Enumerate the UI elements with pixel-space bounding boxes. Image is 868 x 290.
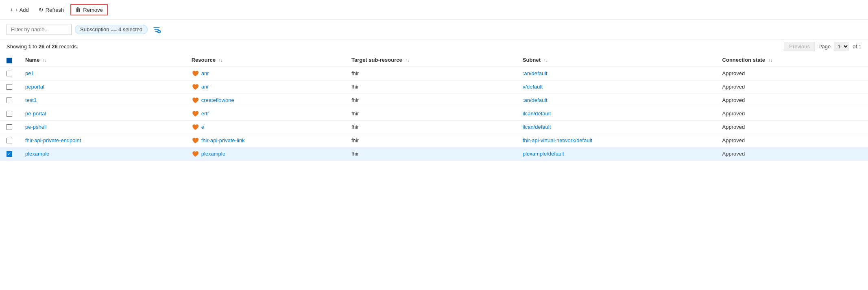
page-select[interactable]: 1: [834, 42, 849, 51]
row-checkbox[interactable]: [7, 124, 12, 130]
row-name: peportal: [19, 80, 185, 93]
resource-link[interactable]: anr: [201, 70, 209, 76]
resource-link[interactable]: createflowone: [201, 97, 234, 103]
health-icon: [192, 97, 199, 104]
previous-button[interactable]: Previous: [784, 42, 815, 51]
row-checkbox-cell[interactable]: [0, 120, 19, 134]
subscription-filter-label: Subscription == 4 selected: [80, 26, 142, 32]
name-link[interactable]: fhir-api-private-endpoint: [25, 137, 81, 143]
row-target: fhir: [345, 93, 516, 107]
name-link[interactable]: peportal: [25, 84, 44, 90]
health-icon: [192, 83, 199, 91]
row-target: fhir: [345, 120, 516, 134]
remove-button[interactable]: 🗑 Remove: [70, 4, 107, 15]
filter-input[interactable]: [7, 24, 72, 35]
row-checkbox-cell[interactable]: [0, 134, 19, 147]
resource-link[interactable]: plexample: [201, 151, 225, 157]
remove-icon: 🗑: [75, 6, 81, 13]
row-name: pe1: [19, 67, 185, 80]
name-link[interactable]: plexample: [25, 151, 49, 157]
row-name: fhir-api-private-endpoint: [19, 134, 185, 147]
add-filter-button[interactable]: [151, 26, 162, 34]
subnet-link[interactable]: ilcan/default: [523, 110, 551, 117]
records-info-bar: Showing 1 to 26 of 26 records. Previous …: [0, 39, 868, 54]
name-link[interactable]: pe1: [25, 70, 34, 76]
resource-link[interactable]: e: [201, 124, 204, 130]
table-row: fhir-api-private-endpointfhir-api-privat…: [0, 134, 868, 147]
filter-bar: Subscription == 4 selected: [0, 20, 868, 39]
resource-link[interactable]: fhir-api-private-link: [201, 137, 245, 143]
row-checkbox[interactable]: [7, 138, 12, 143]
row-resource: anr: [185, 80, 345, 93]
name-link[interactable]: test1: [25, 97, 37, 103]
row-connection: Approved: [716, 80, 868, 93]
col-subnet: Subnet ↑↓: [516, 54, 716, 67]
col-resource: Resource ↑↓: [185, 54, 345, 67]
subnet-sort-icon[interactable]: ↑↓: [544, 58, 548, 63]
row-checkbox[interactable]: [7, 151, 12, 157]
range-end: 26: [39, 43, 44, 50]
row-connection: Approved: [716, 134, 868, 147]
subscription-filter-tag[interactable]: Subscription == 4 selected: [75, 25, 148, 34]
row-checkbox-cell[interactable]: [0, 93, 19, 107]
row-target: fhir: [345, 80, 516, 93]
row-checkbox[interactable]: [7, 97, 12, 103]
toolbar: + + Add ↻ Refresh 🗑 Remove: [0, 0, 868, 20]
row-checkbox-cell[interactable]: [0, 147, 19, 160]
row-target: fhir: [345, 134, 516, 147]
table-row: test1createflowonefhir:an/defaultApprove…: [0, 93, 868, 107]
name-sort-icon[interactable]: ↑↓: [43, 58, 47, 63]
health-icon: [192, 110, 199, 117]
row-resource: plexample: [185, 147, 345, 160]
row-checkbox-cell[interactable]: [0, 67, 19, 80]
add-filter-icon: [153, 26, 161, 34]
row-checkbox-cell[interactable]: [0, 80, 19, 93]
row-connection: Approved: [716, 120, 868, 134]
row-name: plexample: [19, 147, 185, 160]
subnet-link[interactable]: :an/default: [523, 97, 547, 103]
row-subnet: ilcan/default: [516, 107, 716, 120]
row-subnet: :an/default: [516, 67, 716, 80]
target-sort-icon[interactable]: ↑↓: [405, 58, 409, 63]
add-button[interactable]: + + Add: [7, 5, 32, 15]
table-row: peportalanrfhirv/defaultApproved: [0, 80, 868, 93]
page-label: Page: [818, 43, 831, 50]
row-connection: Approved: [716, 107, 868, 120]
health-icon: [192, 150, 199, 158]
refresh-button[interactable]: ↻ Refresh: [35, 5, 68, 15]
table-body: pe1anrfhir:an/defaultApprovedpeportalanr…: [0, 67, 868, 160]
name-link[interactable]: pe-pshell: [25, 124, 47, 130]
health-icon: [192, 123, 199, 131]
health-icon: [192, 70, 199, 77]
row-checkbox-cell[interactable]: [0, 107, 19, 120]
connection-sort-icon[interactable]: ↑↓: [768, 58, 772, 63]
row-connection: Approved: [716, 67, 868, 80]
table-row: pe-pshellefhirilcan/defaultApproved: [0, 120, 868, 134]
select-all-col[interactable]: [0, 54, 19, 67]
subnet-link[interactable]: plexample/default: [523, 151, 564, 157]
row-checkbox[interactable]: [7, 71, 12, 76]
row-resource: fhir-api-private-link: [185, 134, 345, 147]
row-checkbox[interactable]: [7, 84, 12, 90]
resource-sort-icon[interactable]: ↑↓: [219, 58, 223, 63]
add-icon: +: [10, 6, 13, 13]
table-header: Name ↑↓ Resource ↑↓ Target sub-resource …: [0, 54, 868, 67]
subnet-link[interactable]: ilcan/default: [523, 124, 551, 130]
row-subnet: ilcan/default: [516, 120, 716, 134]
row-connection: Approved: [716, 93, 868, 107]
row-name: pe-pshell: [19, 120, 185, 134]
total-count: 26: [52, 43, 57, 50]
row-subnet: fhir-api-virtual-network/default: [516, 134, 716, 147]
name-link[interactable]: pe-portal: [25, 110, 46, 117]
resource-link[interactable]: anr: [201, 84, 209, 90]
subnet-link[interactable]: fhir-api-virtual-network/default: [523, 137, 592, 143]
select-all-checkbox[interactable]: [7, 58, 12, 63]
row-target: fhir: [345, 67, 516, 80]
resource-link[interactable]: ertr: [201, 110, 209, 117]
col-target: Target sub-resource ↑↓: [345, 54, 516, 67]
refresh-icon: ↻: [39, 6, 44, 13]
subnet-link[interactable]: v/default: [523, 84, 543, 90]
row-checkbox[interactable]: [7, 111, 12, 117]
table-row: plexampleplexamplefhirplexample/defaultA…: [0, 147, 868, 160]
subnet-link[interactable]: :an/default: [523, 70, 547, 76]
